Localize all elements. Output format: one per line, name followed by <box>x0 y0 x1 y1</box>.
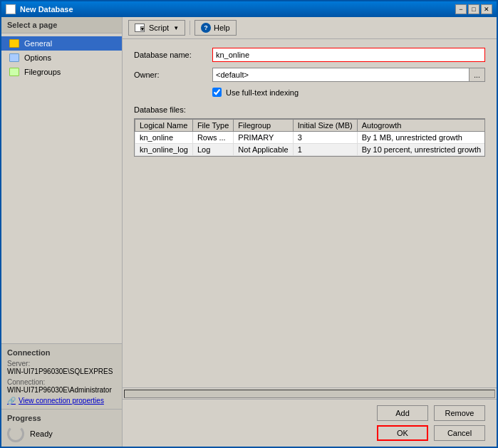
server-value: WIN-UI71P96030E\SQLEXPRES <box>7 368 116 375</box>
row2-autogrowth: By 10 percent, unrestricted growth <box>357 144 485 156</box>
progress-title: Progress <box>7 414 116 422</box>
fulltext-row: Use full-text indexing <box>212 88 485 97</box>
sidebar: Select a page General Options <box>1 17 123 447</box>
horizontal-scrollbar[interactable] <box>123 387 497 399</box>
maximize-button[interactable]: □ <box>468 4 479 14</box>
sidebar-header: Select a page <box>1 17 122 33</box>
table-header: Logical Name File Type Filegroup Initial… <box>135 120 486 132</box>
db-name-label: Database name: <box>134 51 212 59</box>
main-window: New Database − □ ✕ Select a page General <box>0 0 498 448</box>
col-logical-name: Logical Name <box>135 120 193 132</box>
options-icon <box>9 53 20 63</box>
close-button[interactable]: ✕ <box>481 4 492 14</box>
window-icon <box>6 4 16 14</box>
owner-row: Owner: ... <box>134 68 485 82</box>
db-files-label: Database files: <box>134 105 485 114</box>
help-label: Help <box>214 24 230 32</box>
table-row[interactable]: kn_online_log Log Not Applicable 1 By 10… <box>135 144 486 156</box>
row2-initial-size: 1 <box>293 144 357 156</box>
row2-logical-name: kn_online_log <box>135 144 193 156</box>
col-file-type: File Type <box>192 120 233 132</box>
button-area: Add Remove OK Cancel <box>123 399 497 447</box>
sidebar-item-filegroups[interactable]: Filegroups <box>1 65 122 79</box>
window-title: New Database <box>20 5 73 14</box>
row2-filegroup: Not Applicable <box>234 144 293 156</box>
connection-label: Connection: <box>7 378 116 386</box>
sidebar-item-general-label: General <box>24 39 52 48</box>
col-initial-size: Initial Size (MB) <box>293 120 357 132</box>
script-dropdown-arrow: ▼ <box>173 25 179 31</box>
row2-file-type: Log <box>192 144 233 156</box>
fulltext-label: Use full-text indexing <box>226 88 299 97</box>
general-icon <box>9 38 20 48</box>
connection-section: Connection Server: WIN-UI71P96030E\SQLEX… <box>1 343 122 409</box>
col-autogrowth: Autogrowth <box>357 120 485 132</box>
db-files-section: Database files: Logical Name File Type F… <box>134 105 485 157</box>
row1-initial-size: 3 <box>293 132 357 144</box>
db-files-table: Logical Name File Type Filegroup Initial… <box>135 119 485 156</box>
db-files-table-container: Logical Name File Type Filegroup Initial… <box>134 118 485 157</box>
toolbar-separator <box>190 21 190 35</box>
sidebar-items: General Options Filegroups <box>1 33 122 343</box>
scrollbar-track <box>124 390 495 398</box>
progress-content: Ready <box>7 425 116 442</box>
sidebar-item-options-label: Options <box>24 53 51 62</box>
row1-logical-name: kn_online <box>135 132 193 144</box>
sidebar-item-options[interactable]: Options <box>1 51 122 65</box>
server-label: Server: <box>7 360 116 368</box>
ok-cancel-row: OK Cancel <box>134 425 485 441</box>
db-name-input[interactable] <box>212 48 485 62</box>
owner-browse-button[interactable]: ... <box>470 68 485 82</box>
row1-file-type: Rows ... <box>192 132 233 144</box>
title-bar: New Database − □ ✕ <box>1 1 497 17</box>
main-content: ▼ Script ▼ ? Help Database name: <box>123 17 497 447</box>
script-label: Script <box>149 24 169 32</box>
view-connection-link[interactable]: 🔗 View connection properties <box>7 397 116 405</box>
cancel-button[interactable]: Cancel <box>434 425 485 441</box>
ok-button[interactable]: OK <box>377 425 428 441</box>
title-bar-controls: − □ ✕ <box>455 4 492 14</box>
progress-status: Ready <box>30 429 53 438</box>
title-bar-left: New Database <box>6 4 73 14</box>
filegroups-icon <box>9 67 20 77</box>
sidebar-item-filegroups-label: Filegroups <box>24 68 61 76</box>
window-body: Select a page General Options <box>1 17 497 447</box>
help-button[interactable]: ? Help <box>194 20 237 36</box>
db-name-row: Database name: <box>134 48 485 62</box>
table-header-row: Logical Name File Type Filegroup Initial… <box>135 120 486 132</box>
row1-filegroup: PRIMARY <box>234 132 293 144</box>
owner-input[interactable] <box>212 68 470 82</box>
owner-label: Owner: <box>134 71 212 79</box>
table-row[interactable]: kn_online Rows ... PRIMARY 3 By 1 MB, un… <box>135 132 486 144</box>
row1-autogrowth: By 1 MB, unrestricted growth <box>357 132 485 144</box>
table-body: kn_online Rows ... PRIMARY 3 By 1 MB, un… <box>135 132 486 156</box>
progress-spinner <box>7 425 24 442</box>
script-button[interactable]: ▼ Script ▼ <box>128 20 185 36</box>
form-area: Database name: Owner: ... Use full-text … <box>123 39 497 387</box>
col-filegroup: Filegroup <box>234 120 293 132</box>
add-button[interactable]: Add <box>377 405 428 421</box>
remove-button[interactable]: Remove <box>434 405 485 421</box>
sidebar-item-general[interactable]: General <box>1 36 122 51</box>
progress-section: Progress Ready <box>1 409 122 447</box>
minimize-button[interactable]: − <box>455 4 467 14</box>
script-icon: ▼ <box>135 24 145 32</box>
toolbar: ▼ Script ▼ ? Help <box>123 17 497 39</box>
fulltext-checkbox[interactable] <box>212 88 222 97</box>
help-icon: ? <box>201 23 211 33</box>
connection-value: WIN-UI71P96030E\Administrator <box>7 386 116 394</box>
file-buttons: Add Remove <box>134 405 485 421</box>
connection-title: Connection <box>7 348 116 357</box>
